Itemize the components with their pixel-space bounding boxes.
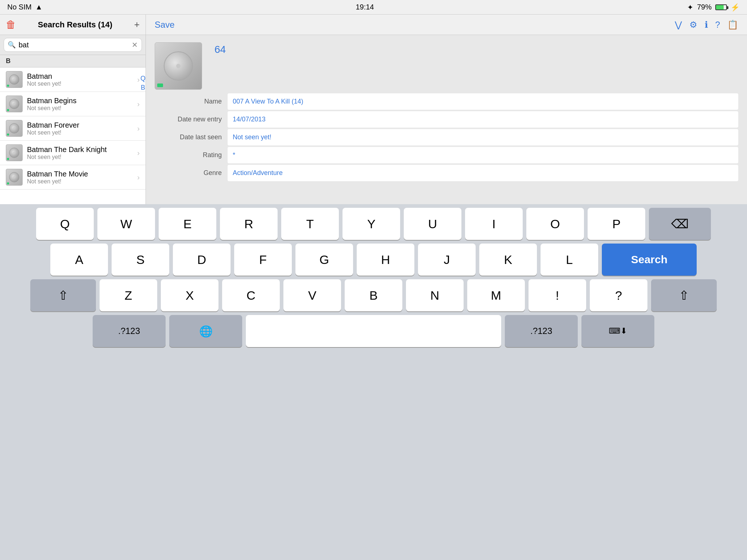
disc-thumbnail [6,71,23,88]
field-label-genre: Genre [155,165,228,182]
list-item[interactable]: Batman Begins Not seen yet! › [0,92,146,116]
clear-search-icon[interactable]: ✕ [132,40,138,49]
list-item-text: Batman Begins Not seen yet! [27,97,137,112]
key-y[interactable]: Y [342,208,400,240]
key-h[interactable]: H [357,244,414,276]
field-label-date-seen: Date last seen [155,129,228,146]
key-j[interactable]: J [418,244,476,276]
keyboard-row-3: ⇧ Z X C V B N M ! ? ⇧ [2,279,745,311]
key-g[interactable]: G [295,244,353,276]
field-row-rating: Rating * [155,147,738,164]
list-item[interactable]: Batman The Movie Not seen yet! › [0,165,146,190]
key-exclaim[interactable]: ! [529,279,586,311]
list-item-text: Batman The Dark Knight Not seen yet! [27,145,137,160]
filter-icon[interactable]: ⋁ [675,20,682,30]
right-header: Save ⋁ ⚙ ℹ ? 📋 [146,15,747,35]
index-letter-q[interactable]: Q [140,75,146,82]
chevron-right-icon: › [137,75,140,84]
trash-icon[interactable]: 🗑 [6,19,16,31]
field-value-date-seen[interactable]: Not seen yet! [228,129,738,145]
key-n[interactable]: N [406,279,464,311]
field-value-rating[interactable]: * [228,147,738,163]
disc-thumbnail [6,169,23,186]
search-button[interactable]: Search [602,244,697,276]
detail-body: 64 Name 007 A View To A Kill (14) Date n… [146,35,747,204]
key-s[interactable]: S [112,244,169,276]
key-a[interactable]: A [50,244,108,276]
header-icons: ⋁ ⚙ ℹ ? 📋 [675,20,738,30]
field-value-date-entry[interactable]: 14/07/2013 [228,111,738,128]
charging-icon: ⚡ [731,3,740,12]
list-item-text: Batman Not seen yet! [27,72,137,87]
key-t[interactable]: T [281,208,339,240]
shift-right-key[interactable]: ⇧ [651,279,717,311]
backspace-key[interactable]: ⌫ [649,208,711,240]
chevron-right-icon: › [137,149,140,157]
key-e[interactable]: E [159,208,216,240]
key-c[interactable]: C [222,279,280,311]
key-v[interactable]: V [283,279,341,311]
save-button[interactable]: Save [155,20,175,30]
key-l[interactable]: L [541,244,598,276]
field-value-genre[interactable]: Action/Adventure [228,165,738,181]
left-panel: 🗑 Search Results (14) + 🔍 ✕ B [0,15,146,204]
globe-key[interactable]: 🌐 [169,315,242,347]
key-b[interactable]: B [345,279,402,311]
status-left: No SIM ▲ [7,3,42,11]
right-panel: Save ⋁ ⚙ ℹ ? 📋 64 [146,15,747,204]
key-f[interactable]: F [234,244,292,276]
field-label-name: Name [155,93,228,110]
add-icon[interactable]: + [134,19,140,30]
list-item-text: Batman The Movie Not seen yet! [27,170,137,185]
key-m[interactable]: M [467,279,525,311]
keyboard-row-1: Q W E R T Y U I O P ⌫ [2,208,745,240]
num-toggle-left[interactable]: .?123 [93,315,166,347]
key-p[interactable]: P [588,208,645,240]
search-input[interactable] [19,41,129,49]
field-row-date-seen: Date last seen Not seen yet! [155,129,738,146]
key-u[interactable]: U [404,208,461,240]
status-right: ✦ 79% ⚡ [687,3,740,12]
search-bar-wrap: 🔍 ✕ [0,35,146,55]
key-q[interactable]: Q [36,208,94,240]
battery-icon [715,4,727,10]
list-item[interactable]: Batman The Dark Knight Not seen yet! › [0,141,146,165]
key-k[interactable]: K [479,244,537,276]
field-value-name[interactable]: 007 A View To A Kill (14) [228,93,738,110]
num-toggle-right[interactable]: .?123 [505,315,578,347]
shift-left-key[interactable]: ⇧ [30,279,96,311]
key-w[interactable]: W [97,208,155,240]
keyboard-row-2: A S D F G H J K L Search [2,244,745,276]
time-label: 19:14 [356,3,374,11]
key-r[interactable]: R [220,208,278,240]
key-o[interactable]: O [526,208,584,240]
index-letter-b[interactable]: B [141,84,145,92]
list-item[interactable]: Batman Not seen yet! › [0,67,146,92]
list-item[interactable]: Batman Forever Not seen yet! › [0,116,146,141]
chevron-right-icon: › [137,124,140,133]
help-icon[interactable]: ? [715,20,720,30]
search-results-title: Search Results (14) [38,20,112,30]
detail-disc [164,51,193,81]
key-question[interactable]: ? [590,279,647,311]
left-header: 🗑 Search Results (14) + [0,15,146,35]
space-key[interactable] [246,315,501,347]
field-row-genre: Genre Action/Adventure [155,165,738,182]
key-z[interactable]: Z [100,279,157,311]
keyboard-dismiss-key[interactable]: ⌨︎⬇ [581,315,654,347]
settings-icon[interactable]: ⚙ [689,20,697,30]
keyboard: Q W E R T Y U I O P ⌫ A S D F G H J K L … [0,204,747,560]
list-items: Batman Not seen yet! › Batman Begins Not… [0,67,146,204]
index-letters[interactable]: Q B [140,67,146,92]
disc-thumbnail [6,144,23,161]
key-i[interactable]: I [465,208,523,240]
clipboard-icon[interactable]: 📋 [727,20,738,30]
key-d[interactable]: D [173,244,231,276]
info-icon[interactable]: ℹ [705,20,708,30]
battery-label: 79% [697,3,712,11]
detail-cover [155,42,202,90]
chevron-right-icon: › [137,173,140,182]
bluetooth-icon: ✦ [687,3,693,12]
wifi-icon: ▲ [35,3,43,11]
key-x[interactable]: X [161,279,218,311]
